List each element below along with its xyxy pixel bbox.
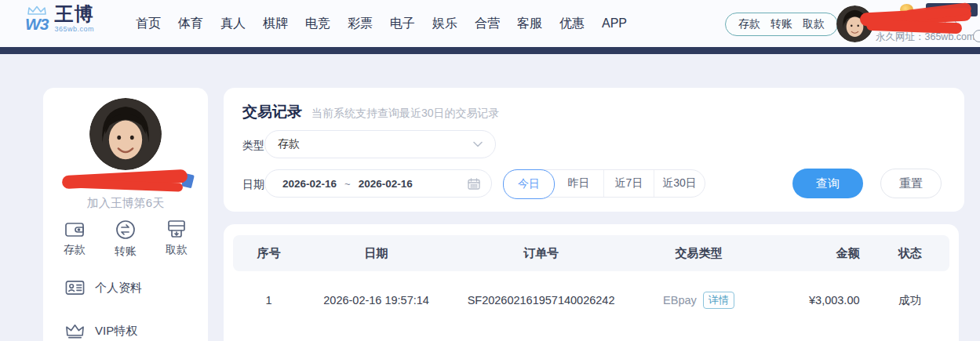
type-selected-value: 存款 <box>278 137 473 151</box>
brand-name: 王博 <box>55 5 95 24</box>
table-row: 1 2026-02-16 19:57:14 SF2026021619571400… <box>233 281 949 320</box>
date-range-presets: 今日 昨日 近7日 近30日 <box>503 169 705 198</box>
sidebar-deposit-button[interactable]: 存款 <box>64 219 86 259</box>
permanent-url: 永久网址：365wb.com <box>876 31 975 44</box>
withdraw-link[interactable]: 取款 <box>803 17 825 31</box>
query-button[interactable]: 查询 <box>792 169 863 198</box>
nav-entertainment[interactable]: 娱乐 <box>432 16 457 32</box>
page-title: 交易记录 <box>242 102 302 122</box>
range-yesterday-button[interactable]: 昨日 <box>554 170 604 197</box>
transaction-filter-card: 交易记录 当前系统支持查询最近30日的交易记录 类型: 存款 日期: 2026-… <box>224 88 964 212</box>
reset-button[interactable]: 重置 <box>880 169 942 198</box>
cell-seq: 1 <box>233 294 304 307</box>
type-label: 类型: <box>242 139 268 153</box>
logo-mark-text: W3 <box>25 16 49 32</box>
nav-lottery[interactable]: 彩票 <box>348 16 373 32</box>
chevron-down-icon <box>473 141 483 147</box>
customer-service-icon[interactable] <box>973 30 980 42</box>
sidebar-withdraw-label: 取款 <box>166 243 188 257</box>
nav-app[interactable]: APP <box>602 16 627 31</box>
brand-domain: 365wb.com <box>55 26 95 33</box>
cell-status: 成功 <box>871 293 949 308</box>
col-seq: 序号 <box>233 246 304 261</box>
date-from-value: 2026-02-16 <box>282 178 337 190</box>
id-card-icon <box>65 280 85 296</box>
nav-home[interactable]: 首页 <box>136 16 161 32</box>
col-type: 交易类型 <box>634 246 763 261</box>
crown-logo-icon: W3 <box>25 5 49 32</box>
crown-icon <box>65 323 85 339</box>
main-nav: 首页 体育 真人 棋牌 电竞 彩票 电子 娱乐 合营 客服 优惠 APP <box>136 0 627 47</box>
withdraw-icon <box>166 219 187 238</box>
sidebar-profile-label: 个人资料 <box>95 281 142 296</box>
sidebar-transfer-label: 转账 <box>115 245 137 259</box>
transfer-link[interactable]: 转账 <box>771 17 792 31</box>
cell-type: EBpay 详情 <box>634 292 763 309</box>
col-date: 日期 <box>304 246 448 261</box>
date-to-value: 2026-02-16 <box>359 178 413 190</box>
range-7days-button[interactable]: 近7日 <box>604 170 654 197</box>
col-status: 状态 <box>871 246 949 261</box>
join-days-text: 加入王博第6天 <box>43 196 208 211</box>
transfer-icon <box>115 219 136 240</box>
nav-support[interactable]: 客服 <box>517 16 542 32</box>
sidebar-withdraw-button[interactable]: 取款 <box>166 219 188 259</box>
transaction-table-card: 序号 日期 订单号 交易类型 金额 状态 1 2026-02-16 19:57:… <box>224 224 959 341</box>
profile-sidebar: 加入王博第6天 存款 转账 <box>43 88 208 341</box>
cell-order-no: SF202602161957140026242 <box>448 294 634 307</box>
cell-date: 2026-02-16 19:57:14 <box>304 294 448 307</box>
top-header: W3 王博 365wb.com 首页 体育 真人 棋牌 电竞 彩票 电子 娱乐 … <box>0 0 980 47</box>
site-logo[interactable]: W3 王博 365wb.com <box>25 5 94 33</box>
transaction-type-select[interactable]: 存款 <box>264 130 496 158</box>
nav-cards[interactable]: 棋牌 <box>263 16 288 32</box>
header-accent-strip <box>0 47 980 54</box>
wallet-quick-actions: 存款 转账 取款 <box>725 13 838 36</box>
payment-method: EBpay <box>663 294 697 307</box>
sidebar-deposit-label: 存款 <box>64 243 86 257</box>
nav-sports[interactable]: 体育 <box>178 16 203 32</box>
range-30days-button[interactable]: 近30日 <box>654 170 705 197</box>
calendar-icon <box>468 178 480 190</box>
date-range-input[interactable]: 2026-02-16 ~ 2026-02-16 <box>264 169 492 198</box>
wallet-icon <box>64 219 85 238</box>
range-today-button[interactable]: 今日 <box>503 169 555 199</box>
sidebar-item-vip[interactable]: VIP特权 <box>65 323 137 339</box>
nav-live[interactable]: 真人 <box>220 16 246 32</box>
nav-slots[interactable]: 电子 <box>390 16 415 32</box>
sidebar-item-profile[interactable]: 个人资料 <box>65 280 142 296</box>
page: W3 王博 365wb.com 首页 体育 真人 棋牌 电竞 彩票 电子 娱乐 … <box>0 0 980 341</box>
sidebar-wallet-actions: 存款 转账 取款 <box>43 219 208 259</box>
table-header-row: 序号 日期 订单号 交易类型 金额 状态 <box>233 235 949 271</box>
nav-affiliate[interactable]: 合营 <box>475 16 500 32</box>
date-range-separator: ~ <box>344 178 351 190</box>
detail-button[interactable]: 详情 <box>703 292 734 309</box>
cell-amount: ¥3,003.00 <box>763 294 871 307</box>
sidebar-transfer-button[interactable]: 转账 <box>115 219 137 259</box>
deposit-link[interactable]: 存款 <box>738 17 760 31</box>
sidebar-vip-label: VIP特权 <box>95 324 137 339</box>
col-order-no: 订单号 <box>448 246 634 261</box>
date-label: 日期: <box>242 178 268 192</box>
col-amount: 金额 <box>763 246 871 261</box>
nav-esports[interactable]: 电竞 <box>305 16 330 32</box>
profile-avatar[interactable] <box>89 98 162 170</box>
page-subtitle: 当前系统支持查询最近30日的交易记录 <box>311 107 500 121</box>
nav-promos[interactable]: 优惠 <box>559 16 585 32</box>
